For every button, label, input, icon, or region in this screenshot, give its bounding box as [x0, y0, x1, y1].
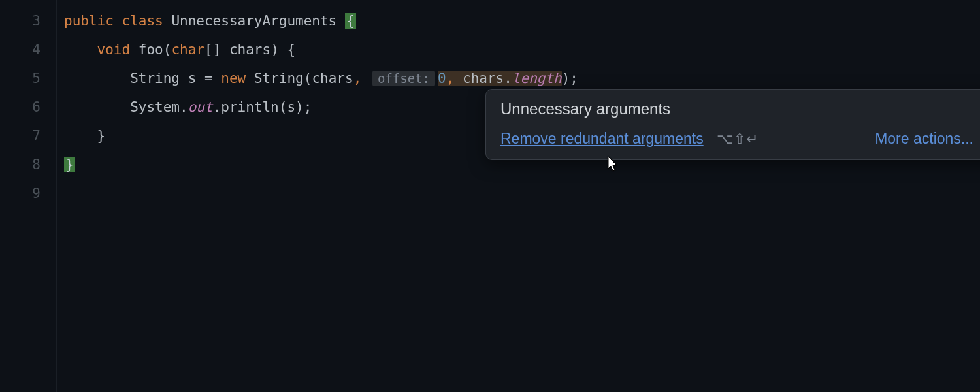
- arg-s: s: [287, 99, 295, 115]
- dot: .: [180, 99, 188, 115]
- parameter-hint-offset: offset:: [372, 71, 435, 86]
- array-brackets: []: [204, 42, 221, 57]
- inspection-tooltip: Unnecessary arguments ••• Remove redunda…: [485, 89, 980, 160]
- paren-open: (: [279, 99, 287, 115]
- comma: ,: [446, 71, 455, 86]
- keyword-new: new: [221, 71, 246, 86]
- arg-chars: chars: [312, 71, 353, 86]
- param-chars: chars: [229, 42, 270, 57]
- brace-close: }: [97, 128, 106, 144]
- dot: .: [213, 99, 221, 115]
- line-number[interactable]: 3: [0, 7, 41, 35]
- code-line-3[interactable]: public class UnnecessaryArguments {: [64, 7, 980, 35]
- paren-close-brace: ) {: [270, 42, 295, 57]
- tooltip-actions: Remove redundant arguments ⌥⇧↵ More acti…: [500, 130, 980, 148]
- quickfix-link[interactable]: Remove redundant arguments: [500, 130, 704, 148]
- keyword-public: public: [64, 13, 114, 29]
- tooltip-header: Unnecessary arguments •••: [500, 100, 980, 118]
- line-number[interactable]: 7: [0, 122, 41, 150]
- constructor-string: String: [254, 71, 304, 86]
- code-editor: 3 4 5 6 7 8 9 public class UnnecessaryAr…: [0, 0, 980, 392]
- field-out: out: [188, 99, 213, 115]
- class-name: UnnecessaryArguments: [171, 13, 336, 29]
- field-length: length: [512, 71, 562, 86]
- line-number[interactable]: 5: [0, 64, 41, 93]
- type-string: String: [130, 71, 180, 86]
- var-s: s: [188, 71, 197, 86]
- type-char: char: [171, 42, 204, 57]
- dot: .: [504, 71, 512, 86]
- method-println: println: [221, 99, 279, 115]
- line-number[interactable]: 6: [0, 93, 41, 122]
- brace-open-highlighted: {: [345, 13, 356, 29]
- literal-zero: 0: [438, 71, 446, 86]
- line-number[interactable]: 9: [0, 179, 41, 208]
- comma: ,: [353, 71, 362, 86]
- method-name: foo: [139, 42, 163, 57]
- paren-open: (: [304, 71, 312, 86]
- shortcut-quickfix: ⌥⇧↵: [717, 131, 759, 148]
- paren-close-semi: );: [295, 99, 312, 115]
- keyword-void: void: [97, 42, 131, 57]
- class-system: System: [130, 99, 180, 115]
- brace-close-highlighted: }: [64, 157, 75, 172]
- line-number[interactable]: 4: [0, 35, 41, 64]
- code-line-9[interactable]: [64, 179, 980, 208]
- more-actions-link[interactable]: More actions...: [875, 130, 973, 148]
- line-gutter: 3 4 5 6 7 8 9: [0, 0, 57, 392]
- arg-chars: chars: [463, 71, 504, 86]
- code-line-4[interactable]: void foo(char[] chars) {: [64, 35, 980, 64]
- paren-close-semi: );: [562, 71, 578, 86]
- keyword-class: class: [122, 13, 163, 29]
- code-area[interactable]: public class UnnecessaryArguments { void…: [57, 0, 980, 392]
- paren-open: (: [163, 42, 172, 57]
- line-number[interactable]: 8: [0, 150, 41, 179]
- equals: =: [204, 71, 213, 86]
- tooltip-title: Unnecessary arguments: [500, 100, 670, 118]
